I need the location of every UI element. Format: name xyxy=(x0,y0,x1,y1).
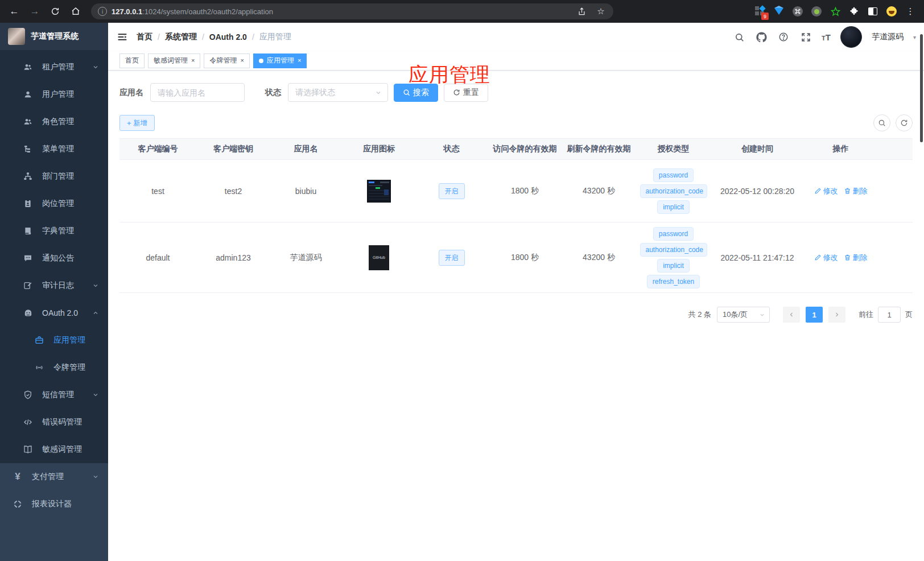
chevron-down-icon xyxy=(759,312,765,318)
grant-tag: refresh_token xyxy=(647,275,700,288)
breadcrumb: 首页 / 系统管理 / OAuth 2.0 / 应用管理 xyxy=(137,32,291,42)
side-panel-icon[interactable] xyxy=(867,6,878,17)
grant-tag: password xyxy=(653,227,694,241)
yen-icon: ¥ xyxy=(13,471,23,482)
sidebar-item-user[interactable]: 用户管理 xyxy=(0,81,108,108)
chevron-down-icon xyxy=(92,473,99,480)
sidebar-item-report-designer[interactable]: 报表设计器 xyxy=(0,490,108,518)
search-form: 应用名 状态 请选择状态 搜索 重置 xyxy=(119,83,913,102)
toggle-search-button[interactable] xyxy=(873,114,890,131)
refresh-button[interactable] xyxy=(896,114,913,131)
page-size-select[interactable]: 10条/页 xyxy=(717,307,770,323)
share-icon[interactable] xyxy=(576,6,587,17)
puzzle-extensions-icon[interactable] xyxy=(848,6,860,17)
browser-reload-icon[interactable] xyxy=(47,3,64,20)
chevron-down-icon xyxy=(92,64,99,71)
page-content: 应用名 状态 请选择状态 搜索 重置 xyxy=(108,71,924,561)
close-icon[interactable]: × xyxy=(191,57,195,64)
org-chart-icon xyxy=(23,172,33,181)
chevron-down-icon xyxy=(92,391,99,398)
sidebar-logo[interactable]: 芋道管理系统 xyxy=(0,23,108,50)
sidebar-item-role[interactable]: 角色管理 xyxy=(0,108,108,135)
browser-extensions: 9 ⋮ xyxy=(754,6,918,17)
status-label: 状态 xyxy=(265,88,281,98)
grant-tag: implicit xyxy=(657,259,690,273)
sidebar-item-sensitive-word[interactable]: 敏感词管理 xyxy=(0,436,108,463)
open-book-icon xyxy=(23,445,33,454)
close-icon[interactable]: × xyxy=(240,57,244,64)
address-bar[interactable]: i 127.0.0.1:1024/system/oauth2/oauth2/ap… xyxy=(91,3,613,19)
bookmark-star-icon[interactable]: ☆ xyxy=(595,6,607,17)
fullscreen-icon[interactable] xyxy=(799,31,812,43)
scrollbar-thumb[interactable] xyxy=(920,34,923,142)
star-extension-icon[interactable] xyxy=(830,6,841,17)
sidebar-item-dept[interactable]: 部门管理 xyxy=(0,163,108,190)
table-header: 客户端编号 客户端密钥 应用名 应用图标 状态 访问令牌的有效期 刷新令牌的有效… xyxy=(119,139,913,160)
edit-button[interactable]: 修改 xyxy=(814,186,838,196)
search-icon[interactable] xyxy=(733,31,745,43)
profile-avatar-icon[interactable] xyxy=(886,6,897,17)
record-extension-icon[interactable] xyxy=(811,6,822,17)
site-info-icon[interactable]: i xyxy=(98,7,107,16)
prev-page-button[interactable] xyxy=(783,307,800,323)
sidebar-item-oauth2-token[interactable]: 令牌管理 xyxy=(0,354,108,381)
sidebar-item-oauth2[interactable]: OAuth 2.0 xyxy=(0,299,108,327)
add-button[interactable]: +新增 xyxy=(119,115,155,131)
browser-home-icon[interactable] xyxy=(67,3,84,20)
tab-application[interactable]: 应用管理× xyxy=(253,53,307,68)
users-icon xyxy=(23,117,33,126)
browser-menu-icon[interactable]: ⋮ xyxy=(905,6,916,17)
tab-token[interactable]: 令牌管理× xyxy=(204,53,249,68)
chevron-up-icon xyxy=(92,310,99,316)
table-toolbar: +新增 xyxy=(119,114,913,131)
message-icon xyxy=(23,254,33,263)
font-size-icon[interactable]: TT xyxy=(822,32,831,42)
grant-tag: implicit xyxy=(657,200,690,214)
sidebar-item-tenant[interactable]: 租户管理 xyxy=(0,53,108,81)
caret-down-icon[interactable]: ▾ xyxy=(913,34,916,40)
hamburger-icon[interactable] xyxy=(108,23,137,51)
close-icon[interactable]: × xyxy=(298,57,301,64)
navbar-actions: TT 芋道源码 ▾ xyxy=(733,26,916,48)
user-icon xyxy=(23,90,33,99)
delete-button[interactable]: 删除 xyxy=(844,253,868,263)
breadcrumb-system[interactable]: 系统管理 xyxy=(165,32,197,42)
sidebar-item-dict[interactable]: 字典管理 xyxy=(0,217,108,245)
user-avatar[interactable] xyxy=(840,26,862,48)
sidebar-item-payment[interactable]: ¥ 支付管理 xyxy=(0,463,108,490)
edit-button[interactable]: 修改 xyxy=(814,253,838,263)
sidebar-item-sms[interactable]: 短信管理 xyxy=(0,381,108,409)
delete-button[interactable]: 删除 xyxy=(844,186,868,196)
grant-tag: password xyxy=(653,168,694,182)
grant-tag: authorization_code xyxy=(640,184,707,198)
sidebar-item-oauth2-application[interactable]: 应用管理 xyxy=(0,327,108,354)
extension-grid-icon[interactable]: 9 xyxy=(754,6,766,17)
book-icon xyxy=(23,226,33,236)
sidebar-item-post[interactable]: 岗位管理 xyxy=(0,190,108,217)
sidebar-item-error-code[interactable]: 错误码管理 xyxy=(0,409,108,436)
tab-home[interactable]: 首页 xyxy=(119,53,145,68)
sidebar-item-audit-log[interactable]: 审计日志 xyxy=(0,272,108,299)
sidebar-item-menu[interactable]: 菜单管理 xyxy=(0,135,108,163)
signal-token-icon xyxy=(34,363,44,372)
next-page-button[interactable] xyxy=(828,307,845,323)
table-row: test test2 biubiu 开启 1800 秒 43200 秒 pass… xyxy=(119,160,913,222)
tab-sensitive-word[interactable]: 敏感词管理× xyxy=(148,53,200,68)
goto-page-input[interactable] xyxy=(878,307,901,323)
browser-back-icon[interactable]: ← xyxy=(6,3,23,20)
breadcrumb-oauth[interactable]: OAuth 2.0 xyxy=(209,32,247,42)
page-number-button[interactable]: 1 xyxy=(806,307,823,323)
chevron-down-icon xyxy=(92,282,99,289)
status-select[interactable]: 请选择状态 xyxy=(288,83,388,102)
username[interactable]: 芋道源码 xyxy=(872,32,904,42)
chevron-down-icon xyxy=(375,89,382,96)
sidebar-item-notice[interactable]: 通知公告 xyxy=(0,245,108,272)
gem-extension-icon[interactable] xyxy=(773,6,785,17)
breadcrumb-home[interactable]: 首页 xyxy=(137,32,152,42)
command-extension-icon[interactable] xyxy=(792,6,803,17)
help-icon[interactable] xyxy=(777,31,790,43)
table-row: default admin123 芋道源码 GitHub 开启 1800 秒 4… xyxy=(119,222,913,293)
app-name-input[interactable] xyxy=(150,83,245,102)
browser-forward-icon[interactable]: → xyxy=(26,3,43,20)
github-icon[interactable] xyxy=(755,31,768,43)
